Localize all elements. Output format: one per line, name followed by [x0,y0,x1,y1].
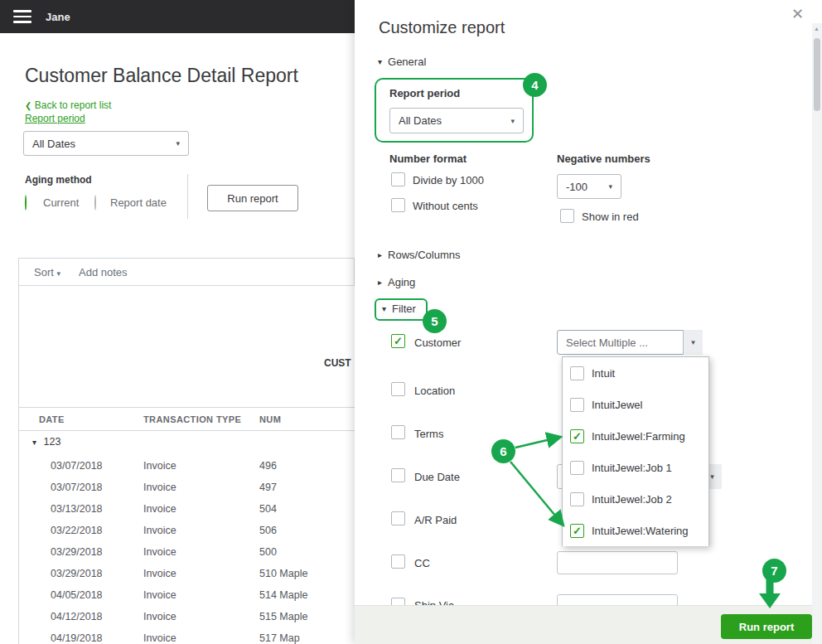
check-icon: ✓ [573,525,582,536]
row-date: 03/22/2018 [51,525,103,536]
option-checkbox[interactable] [570,366,584,380]
row-type: Invoice [143,632,176,644]
chevron-down-icon[interactable]: ▾ [683,330,703,355]
table-row[interactable]: 03/07/2018 Invoice 496 [19,455,355,477]
top-nav-bar: Jane [0,0,355,33]
aging-method-label: Aging method [25,174,92,186]
dropdown-option[interactable]: IntuitJewel:Job 2 [563,483,708,515]
table-row[interactable]: 03/29/2018 Invoice 500 [19,541,355,563]
panel-title: Customize report [379,18,505,37]
table-group-row[interactable]: ▾ 123 [32,436,60,448]
panel-report-period-select[interactable]: All Dates ▾ [389,108,524,133]
filter-location-checkbox[interactable] [391,382,405,396]
sort-menu[interactable]: Sort ▾ [34,266,60,278]
report-period-value: All Dates [32,138,75,150]
report-period-link[interactable]: Report period [25,113,85,124]
section-filter[interactable]: ▾ Filter [382,303,416,315]
table-row[interactable]: 04/19/2018 Invoice 517 Map [19,627,355,644]
option-checkbox[interactable] [570,398,584,412]
row-date: 04/05/2018 [51,589,103,601]
scroll-up-icon[interactable]: ▲ [814,26,820,31]
table-row[interactable]: 03/13/2018 Invoice 504 [19,498,355,520]
filter-cc-checkbox[interactable] [391,554,405,569]
aging-current-radio[interactable] [25,195,27,211]
dropdown-option[interactable]: IntuitJewel [563,389,708,420]
aging-report-date-radio[interactable] [94,195,96,211]
negative-numbers-select[interactable]: -100 ▾ [557,174,621,199]
scrollbar-thumb[interactable] [814,38,820,111]
run-report-button[interactable]: Run report [721,614,812,639]
report-toolbar: Sort ▾ Add notes [18,258,355,286]
scrollbar-track[interactable]: ▲ [812,23,822,644]
back-to-report-list-link[interactable]: ❮ Back to report list [25,99,111,111]
col-header-num[interactable]: NUM [259,414,281,424]
report-period-select[interactable]: All Dates ▾ [23,131,189,156]
filter-customer-checkbox[interactable]: ✓ [391,334,405,348]
option-checkbox[interactable]: ✓ [570,429,584,443]
customer-dropdown-list: Intuit IntuitJewel ✓ IntuitJewel:Farming… [562,356,709,546]
section-rows-columns[interactable]: ▸ Rows/Columns [378,249,460,261]
row-num: 500 [259,546,277,558]
filter-ar-paid-checkbox[interactable] [391,511,405,525]
table-title-partial: CUST [324,357,351,369]
dropdown-option[interactable]: IntuitJewel:Job 1 [563,452,708,483]
run-report-button-outline[interactable]: Run report [207,185,298,211]
row-date: 04/12/2018 [51,611,103,622]
option-checkbox[interactable] [570,492,584,506]
without-cents-checkbox[interactable] [391,198,405,212]
row-type: Invoice [143,546,176,558]
triangle-collapsed-icon: ▸ [378,278,382,287]
divide-by-1000-checkbox[interactable] [391,172,405,186]
close-icon[interactable]: ✕ [791,5,804,23]
table-row[interactable]: 03/22/2018 Invoice 506 [19,520,355,541]
back-chevron-icon: ❮ [25,101,31,110]
filter-location-label: Location [414,385,455,397]
option-label: IntuitJewel:Farming [592,430,685,443]
col-header-transaction-type[interactable]: TRANSACTION TYPE [143,414,241,424]
filter-due-date-checkbox[interactable] [391,468,405,482]
option-checkbox[interactable]: ✓ [570,524,584,538]
table-row[interactable]: 04/12/2018 Invoice 515 Maple [19,606,355,627]
customer-multiselect-value: Select Multiple ... [566,337,648,349]
filter-cc-input[interactable] [557,551,678,574]
group-collapse-icon[interactable]: ▾ [32,438,36,447]
table-row[interactable]: 03/07/2018 Invoice 497 [19,477,355,498]
option-label: IntuitJewel [592,399,642,411]
section-aging-label: Aging [388,276,415,288]
scrollbar[interactable]: ▲ [812,0,822,644]
section-general[interactable]: ▾ General [378,56,426,68]
customer-multiselect[interactable]: Select Multiple ... ▾ [557,330,703,355]
aging-current-label: Current [43,196,79,209]
col-header-date[interactable]: DATE [39,414,65,424]
section-aging[interactable]: ▸ Aging [378,276,415,288]
back-link-label: Back to report list [35,99,112,111]
dropdown-option[interactable]: Intuit [563,357,708,389]
filter-terms-checkbox[interactable] [391,425,405,439]
user-name: Jane [46,11,70,23]
panel-report-period-label: Report period [389,87,460,99]
chevron-down-icon: ▾ [608,182,612,191]
negative-numbers-label: Negative numbers [557,153,650,165]
section-rows-columns-label: Rows/Columns [388,249,460,261]
panel-report-period-value: All Dates [399,114,442,127]
page-title: Customer Balance Detail Report [25,65,298,87]
option-label: IntuitJewel:Watering [592,525,689,537]
row-type: Invoice [143,460,176,472]
negative-numbers-value: -100 [566,181,587,193]
show-in-red-checkbox[interactable] [560,209,574,223]
add-notes-button[interactable]: Add notes [79,266,128,278]
table-row[interactable]: 04/05/2018 Invoice 514 Maple [19,584,355,606]
row-type: Invoice [143,503,176,515]
dropdown-option[interactable]: ✓ IntuitJewel:Watering [563,515,708,546]
table-row[interactable]: 03/29/2018 Invoice 510 Maple [19,563,355,584]
annotation-badge-4: 4 [523,73,547,97]
aging-report-date-label: Report date [110,196,167,209]
row-type: Invoice [143,589,176,601]
option-checkbox[interactable] [570,461,584,475]
sort-label: Sort [34,266,54,278]
dropdown-option[interactable]: ✓ IntuitJewel:Farming [563,420,708,452]
filter-ar-paid-label: A/R Paid [414,514,457,526]
menu-icon[interactable] [13,10,31,23]
section-general-label: General [388,56,426,68]
row-num: 504 [259,503,277,515]
